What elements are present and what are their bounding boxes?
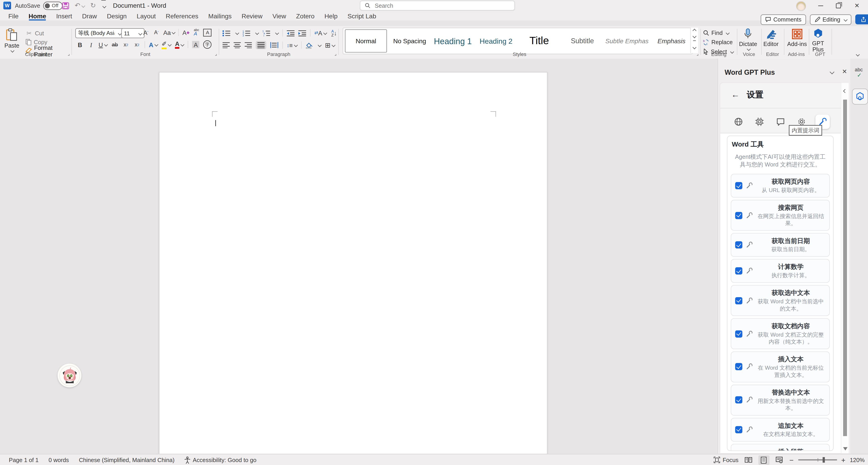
autosave-toggle[interactable]: Off [43, 1, 62, 10]
zoom-in-icon[interactable]: + [841, 456, 845, 464]
gpt-plus-sidebar-button[interactable] [852, 89, 868, 105]
align-center-icon[interactable] [234, 42, 241, 48]
distribute-icon[interactable] [270, 42, 278, 48]
editor-button[interactable]: Editor [763, 28, 778, 47]
font-size-combo[interactable]: 11 [121, 28, 145, 38]
clipboard-dialog-launcher[interactable]: ⌟ [68, 52, 70, 56]
style-heading-2[interactable]: Heading 2 [475, 30, 517, 52]
phonetic-guide-icon[interactable]: abcA [193, 28, 200, 37]
search-box[interactable] [360, 0, 515, 10]
zoom-slider[interactable] [798, 460, 837, 461]
style-subtitle[interactable]: Subtitle [562, 30, 603, 52]
tool-checkbox-checked[interactable] [735, 267, 742, 275]
gpt-plus-button[interactable]: GPT Plus [812, 28, 824, 53]
focus-button[interactable]: Focus [714, 457, 738, 463]
find-button[interactable]: Find [703, 29, 734, 36]
font-family-combo[interactable]: 等线 (Body Asian) [75, 28, 124, 38]
tool-checkbox-checked[interactable] [735, 297, 742, 304]
pane-collapse-icon[interactable] [829, 68, 834, 75]
align-left-icon[interactable] [222, 42, 230, 48]
justify-icon[interactable] [256, 41, 266, 50]
cut-button[interactable]: ✂Cut [25, 29, 71, 37]
numbered-list-icon[interactable]: 123 [242, 30, 250, 36]
user-avatar[interactable] [796, 1, 806, 11]
shrink-font-icon[interactable]: Aˇ [153, 28, 160, 37]
shading-icon[interactable] [306, 42, 313, 48]
search-input[interactable] [374, 2, 487, 9]
tab-draw[interactable]: Draw [77, 11, 102, 21]
replace-button[interactable]: bc Replace [703, 38, 734, 46]
text-effects-icon[interactable]: A [149, 40, 158, 49]
strikethrough-icon[interactable]: ab [111, 40, 119, 49]
highlight-color-icon[interactable]: ✐ [161, 40, 171, 49]
tool-checkbox-checked[interactable] [735, 363, 742, 371]
web-layout-icon[interactable] [774, 455, 785, 465]
pane-scrollbar[interactable] [841, 83, 848, 453]
tab-model-chip-icon[interactable] [752, 115, 767, 129]
styles-dialog-launcher[interactable]: ⌟ [696, 52, 699, 56]
line-spacing-icon[interactable]: ↕≡ [287, 41, 297, 50]
character-border-icon[interactable]: A [204, 29, 212, 36]
asian-layout-icon[interactable]: ⇄A [314, 29, 327, 37]
tab-layout[interactable]: Layout [132, 11, 161, 21]
align-right-icon[interactable] [245, 42, 252, 48]
editing-mode-button[interactable]: Editing [810, 14, 851, 25]
zoom-out-icon[interactable]: − [789, 456, 794, 464]
italic-icon[interactable]: I [88, 40, 95, 49]
tool-checkbox-checked[interactable] [735, 212, 742, 219]
style-subtle-emphas[interactable]: Subtle Emphas [605, 30, 649, 52]
language-status[interactable]: Chinese (Simplified, Mainland China) [79, 457, 175, 463]
subscript-icon[interactable]: x2 [122, 40, 130, 49]
tab-mailings[interactable]: Mailings [203, 11, 237, 21]
style-no-spacing[interactable]: No Spacing [389, 30, 430, 52]
dictate-button[interactable]: Dictate [739, 28, 757, 51]
bold-icon[interactable]: B [76, 40, 84, 49]
styles-gallery-scroll[interactable] [690, 28, 698, 53]
word-app-icon[interactable]: W [3, 2, 11, 9]
redo-icon[interactable]: ↻ [90, 2, 96, 9]
tool-checkbox-checked[interactable] [735, 182, 742, 190]
tab-file[interactable]: File [3, 11, 24, 21]
tab-chat-icon[interactable] [773, 115, 788, 129]
style-normal[interactable]: Normal [345, 29, 387, 53]
tab-help[interactable]: Help [319, 11, 343, 21]
borders-icon[interactable]: ⊞ [325, 41, 335, 50]
close-button[interactable]: ✕ [849, 0, 865, 11]
tab-review[interactable]: Review [237, 11, 267, 21]
tab-insert[interactable]: Insert [51, 11, 77, 21]
tab-home[interactable]: Home [24, 11, 51, 21]
proofing-icon[interactable]: abc✓ [855, 67, 863, 78]
read-mode-icon[interactable] [743, 455, 754, 465]
tool-checkbox-checked[interactable] [735, 396, 742, 404]
minimize-button[interactable] [813, 0, 828, 11]
underline-icon[interactable]: U [98, 40, 107, 49]
share-button[interactable]: Share [855, 14, 868, 25]
undo-icon[interactable]: ↶ [75, 2, 85, 9]
decrease-indent-icon[interactable] [287, 30, 294, 36]
shading-char-icon[interactable]: A [192, 41, 199, 48]
superscript-icon[interactable]: x2 [133, 40, 141, 49]
document-page[interactable] [159, 72, 548, 455]
addins-button[interactable]: Add-ins [787, 28, 807, 47]
pane-close-icon[interactable]: ✕ [842, 68, 847, 75]
tool-checkbox-checked[interactable] [735, 426, 742, 433]
print-layout-icon[interactable] [758, 455, 770, 465]
paragraph-dialog-launcher[interactable]: ⌟ [334, 52, 337, 56]
restore-button[interactable] [830, 0, 846, 11]
collapse-ribbon-icon[interactable] [855, 49, 859, 59]
pane-collapse-handle-icon[interactable] [842, 87, 846, 94]
zoom-slider-thumb[interactable] [823, 457, 825, 463]
tool-checkbox-checked[interactable] [735, 330, 742, 337]
save-icon[interactable] [62, 2, 69, 9]
tab-view[interactable]: View [267, 11, 291, 21]
multilevel-list-icon[interactable]: 1ai [262, 30, 270, 36]
autosave-control[interactable]: AutoSave Off [15, 0, 62, 11]
tool-checkbox-checked[interactable] [735, 242, 742, 249]
sort-icon[interactable]: AZ↓ [331, 29, 338, 37]
accessibility-status[interactable]: Accessibility: Good to go [184, 456, 256, 464]
style-heading-1[interactable]: Heading 1 [432, 30, 473, 52]
increase-indent-icon[interactable] [299, 30, 306, 36]
scrollbar-down-arrow[interactable] [843, 447, 847, 451]
font-dialog-launcher[interactable]: ⌟ [215, 52, 217, 56]
back-arrow-icon[interactable]: ← [732, 90, 740, 99]
